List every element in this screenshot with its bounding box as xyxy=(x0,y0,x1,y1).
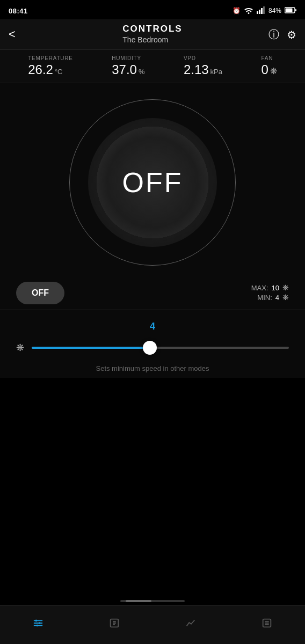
controls-row: OFF MAX: 10 ❋ MIN: 4 ❋ xyxy=(0,276,305,310)
slider-current-value: 4 xyxy=(150,321,155,332)
vpd-sensor: VPD 2.13 kPa xyxy=(184,55,222,77)
max-min-block: MAX: 10 ❋ MIN: 4 ❋ xyxy=(251,283,289,303)
svg-point-11 xyxy=(39,622,41,624)
slider-section: 4 ❋ Sets minimum speed in other modes xyxy=(0,310,305,378)
svg-point-12 xyxy=(36,624,38,626)
header-action-icons: ⓘ ⚙ xyxy=(268,27,296,42)
svg-rect-6 xyxy=(295,9,296,11)
max-fan-icon: ❋ xyxy=(282,283,289,292)
signal-icon xyxy=(257,6,265,16)
back-button[interactable]: < xyxy=(9,27,16,41)
fan-label: FAN xyxy=(261,55,273,61)
max-label: MAX: xyxy=(251,284,268,292)
fan-sensor: FAN 0 ❋ xyxy=(261,55,277,77)
nav-menu[interactable] xyxy=(250,614,284,632)
temperature-value: 26.2 xyxy=(28,62,53,77)
alarm-icon: ⏰ xyxy=(233,7,241,14)
max-value: 10 xyxy=(272,284,279,292)
temperature-label: TEMPERATURE xyxy=(28,55,73,61)
min-fan-icon: ❋ xyxy=(282,293,289,302)
status-bar: 08:41 ⏰ 84% xyxy=(0,0,305,19)
battery-indicator: 84% xyxy=(268,7,281,14)
dial-container: OFF xyxy=(0,83,305,276)
fan-unit: ❋ xyxy=(270,66,277,76)
vpd-value: 2.13 xyxy=(184,62,209,77)
sensor-bar: TEMPERATURE 26.2 °C HUMIDITY 37.0 % VPD … xyxy=(0,50,305,83)
svg-rect-5 xyxy=(286,8,293,12)
fan-value: 0 xyxy=(261,62,268,77)
humidity-label: HUMIDITY xyxy=(112,55,141,61)
slider-row: ❋ xyxy=(16,340,289,356)
scroll-indicator xyxy=(120,600,185,602)
header-title-block: CONTROLS The Bedroom xyxy=(122,24,182,44)
dial-outer-ring[interactable]: OFF xyxy=(69,99,236,266)
battery-icon xyxy=(285,7,296,15)
slider-fan-icon: ❋ xyxy=(16,342,24,354)
nav-automation[interactable] xyxy=(98,614,131,632)
humidity-sensor: HUMIDITY 37.0 % xyxy=(112,55,144,77)
max-line: MAX: 10 ❋ xyxy=(251,283,289,292)
settings-icon[interactable]: ⚙ xyxy=(287,28,296,41)
svg-rect-2 xyxy=(261,8,263,14)
temperature-sensor: TEMPERATURE 26.2 °C xyxy=(28,55,73,77)
svg-point-10 xyxy=(35,619,38,621)
status-right-icons: ⏰ 84% xyxy=(233,6,296,16)
slider-thumb[interactable] xyxy=(143,341,157,355)
header: < CONTROLS The Bedroom ⓘ ⚙ xyxy=(0,19,305,50)
humidity-value: 37.0 xyxy=(112,62,137,77)
status-time: 08:41 xyxy=(9,7,28,15)
vpd-unit: kPa xyxy=(210,68,222,76)
humidity-unit: % xyxy=(139,68,145,76)
svg-rect-3 xyxy=(263,6,265,14)
temperature-unit: °C xyxy=(55,68,63,76)
vpd-label: VPD xyxy=(184,55,196,61)
page-title: CONTROLS xyxy=(122,24,182,34)
wifi-icon xyxy=(244,6,253,16)
min-value: 4 xyxy=(275,294,279,302)
nav-controls[interactable] xyxy=(21,614,55,632)
bottom-nav xyxy=(0,605,305,644)
slider-hint: Sets minimum speed in other modes xyxy=(16,364,289,372)
main-content: OFF OFF MAX: 10 ❋ MIN: 4 ❋ 4 ❋ xyxy=(0,83,305,378)
room-subtitle: The Bedroom xyxy=(122,35,182,44)
off-button[interactable]: OFF xyxy=(16,282,64,304)
info-icon[interactable]: ⓘ xyxy=(268,27,279,42)
svg-rect-1 xyxy=(259,10,260,14)
slider-value-row: 4 xyxy=(16,321,289,332)
svg-rect-0 xyxy=(257,11,258,14)
min-line: MIN: 4 ❋ xyxy=(251,293,289,302)
min-label: MIN: xyxy=(257,294,272,302)
slider-wrapper[interactable] xyxy=(32,340,289,356)
scroll-indicator-bar xyxy=(126,600,151,602)
slider-track-fill xyxy=(32,347,150,349)
nav-chart[interactable] xyxy=(174,614,207,632)
dial-ring xyxy=(78,108,227,257)
